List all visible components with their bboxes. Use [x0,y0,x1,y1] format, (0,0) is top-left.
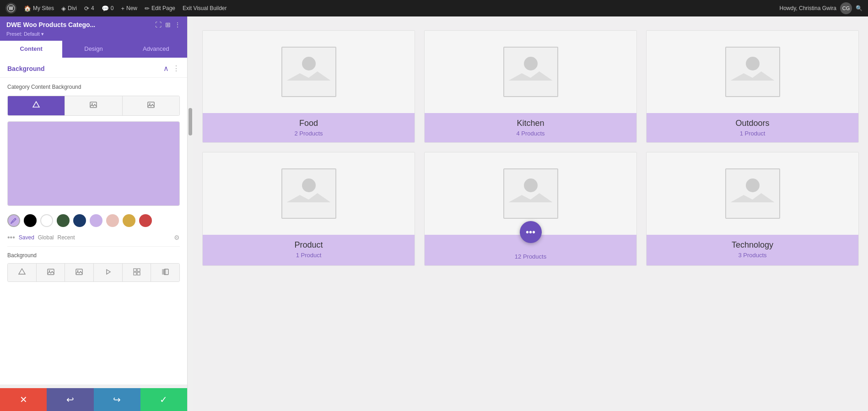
global-label-btn[interactable]: Global [38,234,54,241]
left-panel: DWE Woo Products Catego... ⛶ ⊞ ⋮ Preset:… [0,16,188,411]
svg-rect-3 [90,102,97,108]
svg-rect-10 [76,269,82,275]
scroll-thumb[interactable] [189,108,192,135]
background-label-2: Background [0,247,187,261]
bg2-image-btn[interactable] [37,264,65,281]
svg-marker-12 [107,270,110,274]
color-swatches-row [0,210,187,232]
section-collapse-icon[interactable]: ∧ [163,64,169,73]
swatch-gold[interactable] [123,214,135,227]
bg-type-color-btn[interactable] [8,96,65,115]
svg-rect-5 [148,102,154,108]
tab-content[interactable]: Content [0,41,62,58]
category-count-food: 2 Products [208,130,409,137]
svg-rect-14 [137,269,140,271]
bg-type-image-btn-2[interactable] [123,96,179,115]
swatch-white[interactable] [40,214,53,227]
placeholder-image [725,47,780,97]
admin-bar: W 🏠 My Sites ◈ Divi ⟳ 4 💬 0 + New ✏ Edit… [0,0,868,16]
svg-point-6 [149,103,151,104]
bg-type-row-2 [7,263,180,282]
category-info-outdoors: Outdoors 1 Product [647,113,858,142]
svg-rect-13 [134,269,136,271]
tab-advanced[interactable]: Advanced [125,41,187,58]
bg2-image2-btn[interactable] [65,264,94,281]
placeholder-image [725,168,780,219]
swatch-dark-blue[interactable] [73,214,86,227]
svg-rect-15 [134,272,136,275]
admin-bar-new[interactable]: + New [121,5,137,12]
panel-header: DWE Woo Products Catego... ⛶ ⊞ ⋮ Preset:… [0,16,187,41]
bg-type-image-btn-1[interactable] [65,96,122,115]
swatch-labels-row: ••• Saved Global Recent ⚙ [0,232,187,246]
bg2-color-btn[interactable] [8,264,37,281]
category-name-food: Food [208,119,409,128]
category-image-technology [647,152,858,235]
category-name-outdoors: Outdoors [652,119,853,128]
category-image-kitchen [425,31,636,113]
category-count-kitchen: 4 Products [430,130,631,137]
confirm-button[interactable]: ✓ [140,388,187,411]
bg2-mask-btn[interactable] [151,264,179,281]
admin-bar-my-sites[interactable]: 🏠 My Sites [24,5,54,12]
category-name-technology: Technology [652,240,853,250]
grid-icon[interactable]: ⊞ [165,21,171,28]
category-card-technology: Technology 3 Products [646,152,859,266]
wp-logo[interactable]: W [5,3,16,14]
category-count-center: 12 Products [430,253,631,260]
svg-text:W: W [9,6,13,11]
category-content-bg-label: Category Content Background [0,78,187,94]
svg-marker-2 [33,102,39,107]
undo-button[interactable]: ↩ [47,388,93,411]
canvas-area: Food 2 Products Kitchen 4 Products Outdo… [193,16,868,411]
swatch-red[interactable] [139,214,152,227]
search-icon[interactable]: 🔍 [856,5,863,11]
tab-design[interactable]: Design [62,41,124,58]
edit-icon: ✏ [145,5,150,12]
color-preview-box[interactable] [7,121,180,206]
redo-button[interactable]: ↪ [94,388,140,411]
category-image-outdoors [647,31,858,113]
bg-type-row-1 [7,96,180,116]
category-image-product [203,152,415,235]
svg-point-4 [92,103,93,104]
panel-scrollbar[interactable] [188,16,193,411]
swatch-settings-icon[interactable]: ⚙ [174,234,180,241]
admin-bar-comments[interactable]: ⟳ 4 [84,5,94,12]
dots-icon[interactable]: ••• [7,233,15,242]
plus-icon: + [121,5,124,12]
placeholder-image [503,168,558,219]
svg-rect-16 [137,272,140,275]
saved-label-btn[interactable]: Saved [19,234,34,241]
category-info-product: Product 1 Product [203,235,415,265]
category-card-kitchen: Kitchen 4 Products [424,30,637,143]
svg-rect-8 [48,269,54,275]
category-count-product: 1 Product [208,252,409,259]
preset-dropdown[interactable]: Preset: Default ▾ [6,31,181,37]
refresh-icon: ⟳ [84,5,89,12]
resize-icon[interactable]: ⛶ [155,21,162,28]
section-menu-icon[interactable]: ⋮ [173,64,180,73]
placeholder-image [503,47,558,97]
cancel-button[interactable]: ✕ [0,388,47,411]
admin-bar-speech[interactable]: 💬 0 [102,5,114,12]
category-card-center: 12 Products ••• [424,152,637,266]
recent-label-btn[interactable]: Recent [58,234,75,241]
category-card-product: Product 1 Product [202,152,415,266]
dots-icon: ••• [526,227,535,238]
swatch-light-purple[interactable] [90,214,102,227]
panel-tabs: Content Design Advanced [0,41,187,58]
category-info-technology: Technology 3 Products [647,235,858,265]
floating-dots-button[interactable]: ••• [520,221,542,243]
category-count-outdoors: 1 Product [652,130,853,137]
admin-bar-exit-builder[interactable]: Exit Visual Builder [183,5,227,11]
swatch-dark-green[interactable] [57,214,70,227]
admin-bar-edit-page[interactable]: ✏ Edit Page [145,5,175,12]
admin-bar-divi[interactable]: ◈ Divi [61,5,77,12]
swatch-black[interactable] [24,214,37,227]
bg2-video-btn[interactable] [94,264,123,281]
eyedropper-btn[interactable] [7,214,20,227]
bg2-pattern-btn[interactable] [123,264,151,281]
swatch-pink[interactable] [106,214,119,227]
more-icon[interactable]: ⋮ [174,21,181,28]
